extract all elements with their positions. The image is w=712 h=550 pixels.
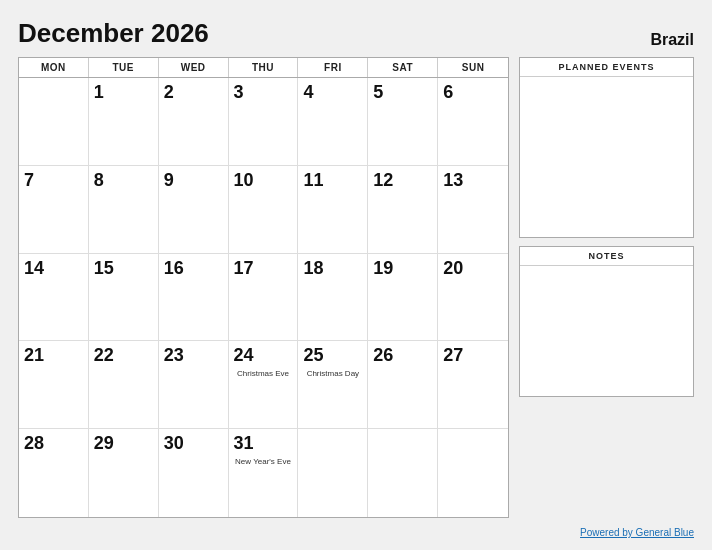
day-number: 12 [373,170,393,192]
notes-title: NOTES [520,247,693,266]
planned-events-content [520,77,693,237]
month-title: December 2026 [18,18,209,49]
day-number: 23 [164,345,184,367]
day-number: 19 [373,258,393,280]
day-headers: MONTUEWEDTHUFRISATSUN [19,58,508,78]
cal-cell: 8 [89,166,159,254]
day-number: 14 [24,258,44,280]
planned-events-box: PLANNED EVENTS [519,57,694,238]
cal-cell [19,78,89,166]
event-label: Christmas Day [303,369,362,379]
day-number: 16 [164,258,184,280]
cal-cell: 2 [159,78,229,166]
cal-cell: 1 [89,78,159,166]
event-label: New Year's Eve [234,457,293,467]
main-content: MONTUEWEDTHUFRISATSUN 123456789101112131… [18,57,694,518]
day-number: 24 [234,345,254,367]
day-number: 20 [443,258,463,280]
cal-cell: 31New Year's Eve [229,429,299,517]
day-header-tue: TUE [89,58,159,77]
day-header-sun: SUN [438,58,508,77]
cal-cell [298,429,368,517]
cal-cell [368,429,438,517]
calendar-section: MONTUEWEDTHUFRISATSUN 123456789101112131… [18,57,509,518]
day-number: 15 [94,258,114,280]
day-number: 2 [164,82,174,104]
cal-cell: 17 [229,254,299,342]
sidebar: PLANNED EVENTS NOTES [519,57,694,518]
day-number: 28 [24,433,44,455]
event-label: Christmas Eve [234,369,293,379]
day-number: 27 [443,345,463,367]
day-number: 10 [234,170,254,192]
cal-cell: 26 [368,341,438,429]
day-number: 6 [443,82,453,104]
cal-cell: 30 [159,429,229,517]
cal-cell: 21 [19,341,89,429]
cal-cell [438,429,508,517]
day-number: 18 [303,258,323,280]
cal-cell: 10 [229,166,299,254]
cal-cell: 3 [229,78,299,166]
cal-cell: 14 [19,254,89,342]
day-number: 22 [94,345,114,367]
calendar-grid: 123456789101112131415161718192021222324C… [19,78,508,517]
cal-cell: 27 [438,341,508,429]
cal-cell: 28 [19,429,89,517]
day-number: 4 [303,82,313,104]
day-number: 26 [373,345,393,367]
cal-cell: 12 [368,166,438,254]
day-number: 5 [373,82,383,104]
footer-link[interactable]: Powered by General Blue [580,527,694,538]
cal-cell: 5 [368,78,438,166]
day-header-thu: THU [229,58,299,77]
day-number: 17 [234,258,254,280]
cal-cell: 9 [159,166,229,254]
cal-cell: 18 [298,254,368,342]
day-number: 3 [234,82,244,104]
notes-content [520,266,693,396]
day-number: 11 [303,170,323,192]
cal-cell: 22 [89,341,159,429]
day-number: 30 [164,433,184,455]
page: December 2026 Brazil MONTUEWEDTHUFRISATS… [0,0,712,550]
day-number: 25 [303,345,323,367]
planned-events-title: PLANNED EVENTS [520,58,693,77]
cal-cell: 13 [438,166,508,254]
cal-cell: 19 [368,254,438,342]
cal-cell: 24Christmas Eve [229,341,299,429]
country-title: Brazil [650,31,694,49]
cal-cell: 7 [19,166,89,254]
cal-cell: 29 [89,429,159,517]
cal-cell: 20 [438,254,508,342]
day-header-mon: MON [19,58,89,77]
day-header-fri: FRI [298,58,368,77]
notes-box: NOTES [519,246,694,397]
cal-cell: 15 [89,254,159,342]
cal-cell: 6 [438,78,508,166]
day-number: 1 [94,82,104,104]
day-header-sat: SAT [368,58,438,77]
cal-cell: 16 [159,254,229,342]
day-number: 13 [443,170,463,192]
cal-cell: 25Christmas Day [298,341,368,429]
day-number: 9 [164,170,174,192]
footer: Powered by General Blue [18,522,694,540]
header: December 2026 Brazil [18,18,694,49]
day-number: 31 [234,433,254,455]
day-number: 8 [94,170,104,192]
day-number: 21 [24,345,44,367]
cal-cell: 23 [159,341,229,429]
day-number: 29 [94,433,114,455]
cal-cell: 4 [298,78,368,166]
day-number: 7 [24,170,34,192]
day-header-wed: WED [159,58,229,77]
cal-cell: 11 [298,166,368,254]
